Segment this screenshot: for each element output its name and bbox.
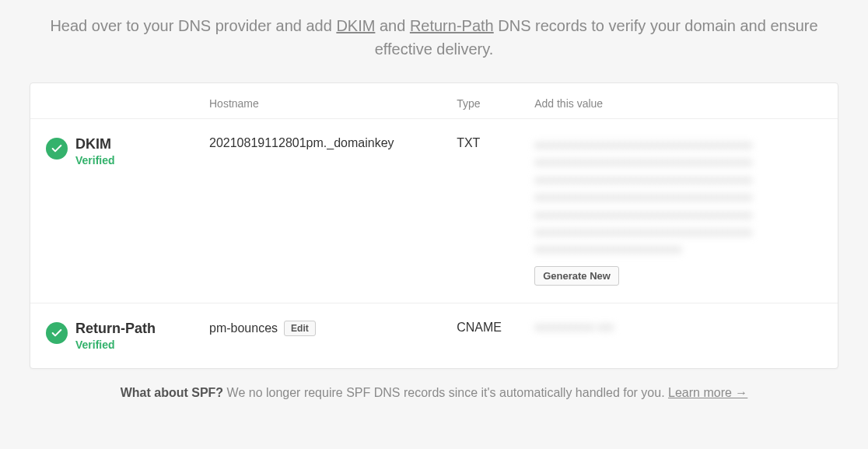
generate-new-button[interactable]: Generate New <box>534 266 619 286</box>
record-status: Verified <box>75 154 115 167</box>
record-title: Return-Path <box>75 321 156 337</box>
header-value: Add this value <box>534 97 822 110</box>
record-hostname: pm-bounces <box>209 321 278 335</box>
record-label-col: DKIM Verified <box>46 136 201 167</box>
record-label-col: Return-Path Verified <box>46 321 201 351</box>
record-value-blurred: xxxxxxxxxxx xxx <box>534 321 614 333</box>
intro-mid: and <box>375 17 409 34</box>
record-status: Verified <box>75 339 156 351</box>
intro-prefix: Head over to your DNS provider and add <box>50 17 336 34</box>
record-type: TXT <box>457 136 527 150</box>
table-row: DKIM Verified 20210819112801pm._domainke… <box>30 118 838 303</box>
header-type: Type <box>457 97 527 110</box>
table-header: Hostname Type Add this value <box>30 83 838 118</box>
header-hostname: Hostname <box>209 97 449 110</box>
verified-check-icon <box>46 138 68 160</box>
record-title: DKIM <box>75 136 115 153</box>
intro-text: Head over to your DNS provider and add D… <box>0 0 868 82</box>
spf-footnote: What about SPF? We no longer require SPF… <box>0 369 868 417</box>
record-hostname: 20210819112801pm._domainkey <box>209 136 449 150</box>
footnote-text: We no longer require SPF DNS records sin… <box>223 386 668 399</box>
dns-records-card: Hostname Type Add this value DKIM Verifi… <box>30 82 838 369</box>
verified-check-icon <box>46 322 68 344</box>
footnote-bold: What about SPF? <box>121 386 223 399</box>
learn-more-link[interactable]: Learn more → <box>668 386 747 399</box>
edit-hostname-button[interactable]: Edit <box>284 321 316 336</box>
table-row: Return-Path Verified pm-bounces Edit CNA… <box>30 303 838 368</box>
record-value-blurred: xxxxxxxxxxxxxxxxxxxxxxxxxxxxxxxxxxxxxxxx… <box>534 136 822 258</box>
record-type: CNAME <box>457 321 527 335</box>
return-path-link[interactable]: Return-Path <box>410 17 494 34</box>
dkim-link[interactable]: DKIM <box>336 17 375 34</box>
